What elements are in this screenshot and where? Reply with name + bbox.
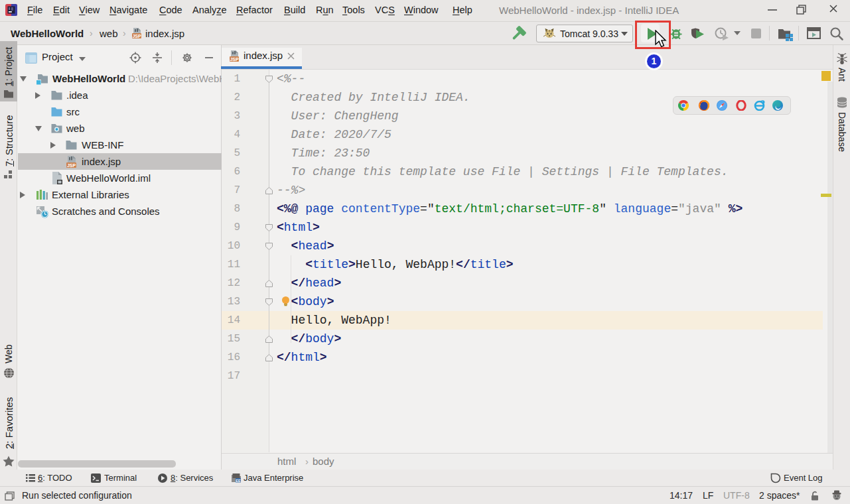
- svg-text:JSP: JSP: [132, 34, 141, 38]
- svg-text:JSP: JSP: [67, 163, 76, 168]
- svg-text:JSP: JSP: [230, 57, 239, 62]
- svg-text:EE: EE: [236, 479, 241, 483]
